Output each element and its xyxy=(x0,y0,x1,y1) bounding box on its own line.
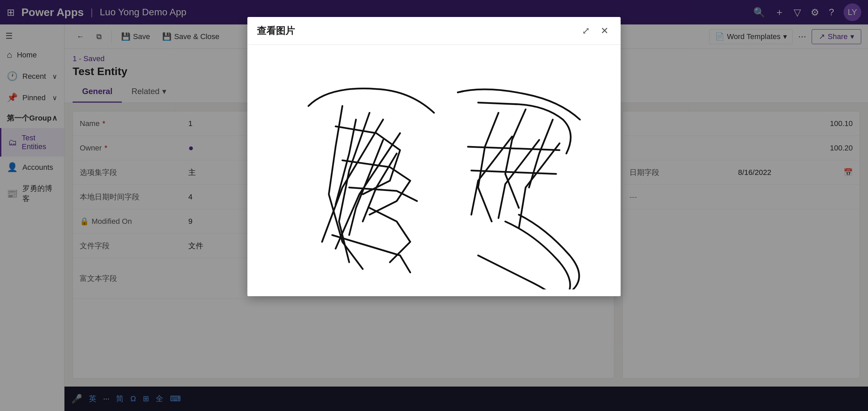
modal-overlay[interactable]: 查看图片 ⤢ ✕ xyxy=(0,0,868,411)
modal-header-actions: ⤢ ✕ xyxy=(579,24,611,38)
image-display xyxy=(254,52,614,289)
calligraphy-image xyxy=(254,52,614,289)
modal-header: 查看图片 ⤢ ✕ xyxy=(247,17,621,45)
modal-title: 查看图片 xyxy=(257,24,295,37)
modal-expand-button[interactable]: ⤢ xyxy=(579,24,592,38)
modal-close-button[interactable]: ✕ xyxy=(598,24,611,38)
modal-body xyxy=(247,45,621,296)
image-viewer-modal: 查看图片 ⤢ ✕ xyxy=(247,17,621,296)
